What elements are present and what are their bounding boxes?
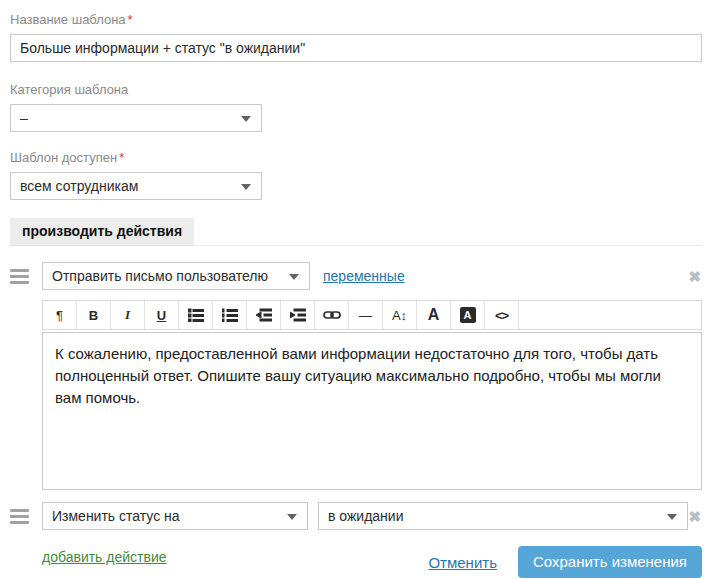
italic-glyph: I — [125, 307, 130, 323]
required-asterisk: * — [128, 12, 133, 27]
line-height-icon[interactable]: A↕ — [383, 301, 417, 329]
drag-handle-icon[interactable] — [10, 266, 30, 287]
template-category-label-text: Категория шаблона — [10, 82, 128, 97]
paragraph-format-icon[interactable]: ¶ — [43, 301, 77, 329]
actions-section-tab: производить действия — [10, 218, 194, 245]
save-button[interactable]: Сохранить изменения — [518, 546, 702, 578]
outdent-icon[interactable] — [247, 301, 281, 329]
insert-link-icon[interactable] — [315, 301, 349, 329]
template-name-label-text: Название шаблона — [10, 12, 126, 27]
bold-glyph: B — [89, 308, 98, 323]
status-select[interactable]: в ожидании — [318, 502, 688, 530]
background-color-icon[interactable]: A — [451, 301, 485, 329]
unordered-list-icon[interactable] — [179, 301, 213, 329]
action-type-select[interactable]: Отправить письмо пользователю — [42, 262, 310, 290]
dropdown-arrow-icon — [289, 274, 299, 280]
code-view-icon[interactable]: <> — [485, 301, 519, 329]
underline-glyph: U — [157, 308, 166, 323]
font-color-glyph: A — [428, 306, 440, 324]
hr-glyph: — — [359, 308, 372, 323]
italic-icon[interactable]: I — [111, 301, 145, 329]
template-category-label: Категория шаблона — [10, 82, 702, 97]
editor-toolbar: ¶ B I U — A↕ A A <> — [42, 300, 702, 330]
remove-action-icon[interactable]: ✖ — [688, 509, 701, 524]
action-row-change-status: Изменить статус на в ожидании ✖ — [10, 502, 702, 530]
editor-content-area[interactable]: К сожалению, предоставленной вами информ… — [42, 332, 702, 490]
indent-icon[interactable] — [281, 301, 315, 329]
template-edit-form: Название шаблона* Категория шаблона – Ша… — [0, 0, 712, 579]
template-access-label: Шаблон доступен* — [10, 150, 702, 165]
code-glyph: <> — [495, 308, 508, 323]
rich-text-editor: ¶ B I U — A↕ A A <> — [42, 300, 702, 490]
status-value: в ожидании — [328, 508, 403, 524]
variables-link[interactable]: переменные — [323, 268, 405, 284]
bold-icon[interactable]: B — [77, 301, 111, 329]
editor-text: К сожалению, предоставленной вами информ… — [55, 343, 661, 408]
template-access-value: всем сотрудникам — [20, 178, 138, 194]
dropdown-arrow-icon — [241, 184, 251, 190]
template-name-input[interactable] — [10, 34, 702, 62]
horizontal-rule-icon[interactable]: — — [349, 301, 383, 329]
template-access-label-text: Шаблон доступен — [10, 150, 117, 165]
drag-handle-icon[interactable] — [10, 506, 30, 527]
underline-icon[interactable]: U — [145, 301, 179, 329]
action-type-value: Изменить статус на — [52, 508, 180, 524]
template-access-select[interactable]: всем сотрудникам — [10, 172, 262, 200]
line-height-glyph: A↕ — [392, 308, 407, 323]
cancel-link[interactable]: Отменить — [428, 554, 497, 571]
template-category-select[interactable]: – — [10, 104, 262, 132]
remove-action-icon[interactable]: ✖ — [688, 269, 701, 284]
dropdown-arrow-icon — [667, 514, 677, 520]
bottom-bar: добавить действие Отменить Сохранить изм… — [10, 544, 702, 578]
dropdown-arrow-icon — [287, 514, 297, 520]
action-type-value: Отправить письмо пользователю — [52, 268, 268, 284]
bg-color-glyph: A — [460, 307, 476, 323]
actions-section-divider: производить действия — [10, 218, 702, 246]
ordered-list-icon[interactable] — [213, 301, 247, 329]
action-type-select[interactable]: Изменить статус на — [42, 502, 308, 530]
template-category-value: – — [20, 110, 28, 126]
required-asterisk: * — [119, 150, 124, 165]
paragraph-glyph: ¶ — [56, 308, 63, 323]
footer-buttons: Отменить Сохранить изменения — [428, 546, 702, 578]
template-name-label: Название шаблона* — [10, 12, 702, 27]
add-action-link[interactable]: добавить действие — [42, 549, 167, 565]
font-color-icon[interactable]: A — [417, 301, 451, 329]
dropdown-arrow-icon — [241, 116, 251, 122]
action-row-send-letter: Отправить письмо пользователю переменные… — [10, 262, 702, 290]
toolbar-spacer — [519, 301, 701, 329]
